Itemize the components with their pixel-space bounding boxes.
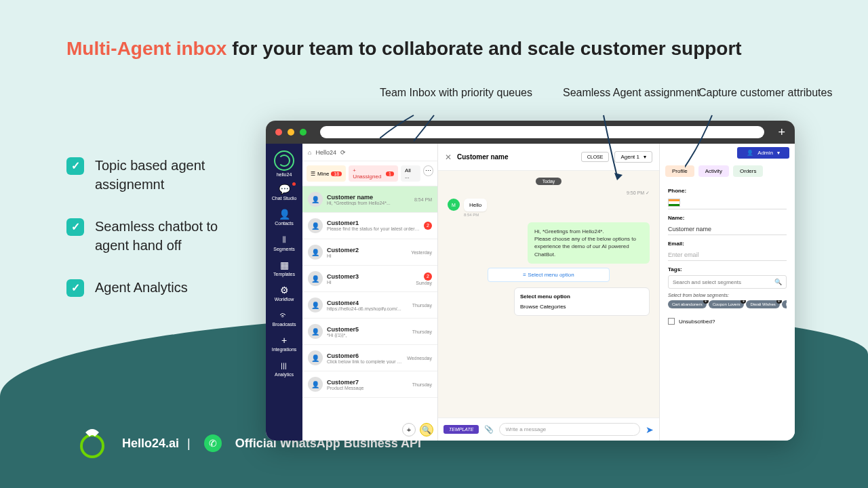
timestamp: 9:50 PM ✓ [448, 190, 650, 196]
conversation-row[interactable]: 👤 Customer2Hi Yesterday [302, 239, 437, 266]
conversation-row[interactable]: 👤 Customer3Hi 2Sunday [302, 266, 437, 292]
message-bubble: Hello [464, 199, 487, 211]
tab-all[interactable]: All ... [401, 165, 420, 182]
broadcast-icon: ᯤ [279, 310, 289, 321]
avatar-icon: 👤 [308, 245, 323, 260]
add-conversation-button[interactable]: + [402, 423, 416, 436]
window-titlebar: + [266, 121, 795, 144]
tags-label: Tags: [668, 266, 787, 272]
feature-item: ✓Topic based agent assignemnt [66, 156, 244, 194]
sidebar-item-broadcasts[interactable]: ᯤBroadcasts [266, 306, 302, 331]
list-footer: + 🔍 [302, 419, 437, 441]
conversation-row[interactable]: 👤 Customer5*Hi {{1}}*, Thursday [302, 319, 437, 345]
unassigned-badge: 1 [386, 171, 394, 176]
tab-unassigned[interactable]: + Unassigned1 [349, 165, 398, 182]
unsubscribe-row: Unsubscribed? [668, 318, 787, 325]
check-icon: ✓ [66, 218, 84, 236]
chat-input-bar: TEMPLATE 📎 Write a message ➤ [438, 418, 659, 441]
conversation-row[interactable]: 👤 Customer6Click below link to complete … [302, 345, 437, 371]
chat-icon: 💬 [279, 184, 290, 195]
segment-chip[interactable]: Cart abandoners [668, 300, 707, 308]
home-icon[interactable]: ⌂ [308, 149, 311, 156]
sidebar-item-integrations[interactable]: +Integrations [266, 331, 302, 356]
menu-title: Select menu option [520, 293, 644, 300]
feature-item: ✓Seamless chatbot to agent hand off [66, 217, 244, 255]
tab-activity[interactable]: Activity [698, 165, 729, 177]
annotation-agent-assign: Seamless Agent assignment [563, 87, 700, 99]
avatar-icon: 👤 [308, 350, 323, 365]
avatar-icon: 👤 [308, 377, 323, 392]
conversation-row[interactable]: 👤 Customer7Product Message Thursday [302, 371, 437, 398]
analytics-icon: ⫼ [279, 360, 289, 371]
contacts-icon: 👤 [279, 209, 290, 220]
agent-select[interactable]: Agent 1▾ [614, 151, 652, 163]
inbox-tabs: ☰ Mine18 + Unassigned1 All ... ⋯ [302, 161, 437, 186]
tab-more-icon[interactable]: ⋯ [423, 165, 433, 176]
select-menu-button[interactable]: ≡ Select menu option [488, 268, 610, 282]
tab-orders[interactable]: Orders [733, 165, 763, 177]
annotation-attributes: Capture customer attributes [698, 87, 832, 99]
sidebar-item-analytics[interactable]: ⫼Analytics [266, 356, 302, 381]
close-conversation-button[interactable]: CLOSE [581, 152, 610, 162]
breadcrumb: ⌂ Hello24 ⟳ [302, 144, 437, 161]
chat-header: ✕ Customer name CLOSE Agent 1▾ [438, 144, 659, 171]
segment-chip[interactable]: Diwali Wishes [746, 300, 779, 308]
menu-option[interactable]: Browse Categories [520, 304, 644, 310]
attachment-icon[interactable]: 📎 [484, 425, 494, 434]
close-chat-icon[interactable]: ✕ [445, 152, 452, 162]
address-bar[interactable] [320, 126, 764, 138]
search-icon: 🔍 [774, 279, 782, 285]
conversation-row[interactable]: 👤 Customer nameHi, *Greetings from Hello… [302, 186, 437, 213]
segment-tags: Cart abandoners Coupon Lovers Diwali Wis… [668, 300, 787, 308]
check-icon: ✓ [66, 157, 84, 175]
name-label: Name: [668, 215, 787, 221]
app-window: + hello24 💬Chat Studio 👤Contacts ⫴Segmen… [266, 121, 795, 441]
segment-hint: Select from below segments: [668, 293, 787, 298]
avatar-icon: 👤 [308, 271, 323, 286]
segments-icon: ⫴ [282, 234, 286, 245]
sidebar-item-segments[interactable]: ⫴Segments [266, 230, 302, 256]
email-input[interactable]: Enter email [668, 249, 787, 261]
admin-dropdown[interactable]: 👤 Admin ▾ [737, 147, 789, 159]
conversation-row[interactable]: 👤 Customer1Please find the status for yo… [302, 213, 437, 239]
window-max-dot[interactable] [300, 129, 307, 136]
sidebar: hello24 💬Chat Studio 👤Contacts ⫴Segments… [266, 144, 302, 441]
workflow-icon: ⚙ [280, 285, 289, 296]
headline-text: for your team to collaborate and scale c… [226, 38, 741, 59]
sidebar-item-templates[interactable]: ▦Templates [266, 256, 302, 281]
template-button[interactable]: TEMPLATE [443, 425, 479, 434]
svg-point-3 [81, 435, 103, 457]
tag-search-input[interactable] [673, 279, 774, 285]
tab-mine[interactable]: ☰ Mine18 [307, 165, 346, 182]
segment-chip[interactable]: Repeat bu [782, 300, 787, 308]
window-min-dot[interactable] [288, 129, 294, 136]
profile-tabs: Profile Activity Orders [660, 161, 795, 182]
sidebar-item-contacts[interactable]: 👤Contacts [266, 205, 302, 230]
avatar-icon: 👤 [308, 218, 323, 233]
sidebar-item-workflow[interactable]: ⚙Workflow [266, 281, 302, 306]
message-input[interactable]: Write a message [499, 423, 640, 436]
search-conversations-button[interactable]: 🔍 [420, 423, 433, 436]
tab-profile[interactable]: Profile [665, 165, 694, 177]
app-logo-icon[interactable] [274, 150, 294, 171]
hello24-logo-icon [75, 426, 110, 461]
send-icon[interactable]: ➤ [646, 424, 654, 435]
avatar-icon: 👤 [308, 324, 323, 339]
app-brand: hello24 [277, 172, 292, 177]
sidebar-item-chat-studio[interactable]: 💬Chat Studio [266, 180, 302, 205]
conversation-row[interactable]: 👤 Customer4https://hello24-d6.myshopify.… [302, 292, 437, 319]
flag-india-icon [668, 199, 680, 207]
refresh-icon[interactable]: ⟳ [340, 149, 346, 156]
feature-item: ✓Agent Analytics [66, 278, 244, 297]
name-value[interactable]: Customer name [668, 224, 787, 235]
headline: Multi-Agent inbox for your team to colla… [66, 35, 742, 62]
window-close-dot[interactable] [275, 129, 282, 136]
breadcrumb-text[interactable]: Hello24 [315, 149, 336, 156]
unsubscribe-checkbox[interactable] [668, 318, 675, 325]
menu-card: Select menu option Browse Categories [514, 287, 650, 316]
segment-chip[interactable]: Coupon Lovers [709, 300, 745, 308]
date-pill: Today [536, 178, 562, 185]
tag-search[interactable]: 🔍 [668, 275, 787, 289]
chevron-down-icon: ▾ [644, 154, 646, 160]
new-tab-icon[interactable]: + [778, 125, 785, 140]
